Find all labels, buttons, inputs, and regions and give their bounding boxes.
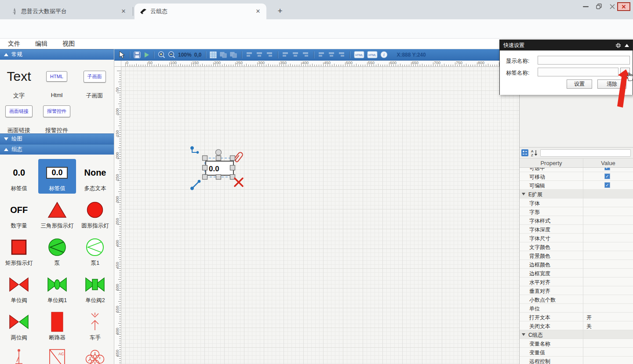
property-row[interactable]: 关闭文本关 bbox=[520, 321, 633, 330]
property-row[interactable]: 垂直对齐 bbox=[520, 286, 633, 295]
palette-item[interactable]: 车手 bbox=[76, 308, 114, 343]
palette-item[interactable]: ACDC逆变器 bbox=[38, 346, 76, 364]
html-export-icon-2[interactable]: HTML bbox=[367, 51, 378, 58]
new-tab-button[interactable]: + bbox=[274, 5, 286, 17]
palette-item[interactable]: 单位阀1 bbox=[38, 271, 76, 306]
palette-item[interactable]: 矩形指示灯 bbox=[0, 234, 38, 268]
align-right-icon[interactable] bbox=[266, 51, 273, 58]
tag-name-input[interactable] bbox=[538, 68, 618, 76]
remote-close-button[interactable]: ✕ bbox=[617, 2, 630, 11]
rotate-handle[interactable] bbox=[216, 150, 222, 155]
tab1-close-icon[interactable]: ✕ bbox=[120, 7, 127, 15]
palette-item[interactable]: None多态文本 bbox=[76, 159, 114, 194]
palette-item[interactable]: 圆形指示灯 bbox=[76, 196, 114, 231]
property-category-row[interactable]: C组态 bbox=[520, 330, 633, 339]
property-row[interactable]: 背景颜色 bbox=[520, 251, 633, 260]
palette-item-text[interactable]: Text 文字 bbox=[0, 65, 38, 100]
minimize-icon[interactable] bbox=[579, 1, 593, 12]
property-row[interactable]: 字形 bbox=[520, 207, 633, 216]
property-row[interactable]: 字体 bbox=[520, 198, 633, 207]
palette-item[interactable]: OFF数字量 bbox=[0, 196, 38, 231]
palette-item[interactable]: 三角形指示灯 bbox=[38, 196, 76, 231]
menu-edit[interactable]: 编辑 bbox=[35, 40, 47, 48]
palette-item[interactable]: 单位阀 bbox=[0, 271, 38, 306]
menu-view[interactable]: 视图 bbox=[62, 40, 75, 48]
palette-item[interactable]: 0.0标签值 bbox=[0, 159, 38, 194]
palette-section-scada[interactable]: 组态 bbox=[0, 144, 114, 155]
palette-item[interactable]: PT bbox=[76, 346, 114, 364]
run-icon[interactable] bbox=[143, 51, 149, 58]
palette-item[interactable]: 断路器 bbox=[38, 308, 76, 343]
property-row[interactable]: 可编辑✓ bbox=[520, 181, 633, 190]
palette-item-screen-link[interactable]: 画面链接 画面链接 bbox=[0, 100, 38, 134]
property-row[interactable]: 变量名称 bbox=[520, 339, 633, 348]
align-left-icon[interactable] bbox=[246, 51, 253, 58]
palette-item[interactable]: 两位阀 bbox=[0, 308, 38, 343]
property-row[interactable]: 小数点个数 bbox=[520, 295, 633, 304]
set-button[interactable]: 设置 bbox=[567, 79, 592, 89]
group-icon[interactable] bbox=[219, 51, 227, 58]
property-category-row[interactable]: E扩展 bbox=[520, 190, 633, 198]
property-filter-bar[interactable] bbox=[540, 149, 631, 157]
display-name-input[interactable] bbox=[538, 56, 630, 65]
grid-toggle-icon[interactable] bbox=[210, 51, 217, 58]
property-row[interactable]: 单位 bbox=[520, 304, 633, 313]
categorize-icon[interactable] bbox=[521, 149, 529, 157]
distribute-vertical-icon[interactable] bbox=[328, 51, 335, 58]
property-row[interactable]: 字体深度 bbox=[520, 225, 633, 234]
sort-az-icon[interactable]: AZ bbox=[531, 149, 538, 157]
property-row[interactable]: 边框宽度 bbox=[520, 269, 633, 278]
property-row[interactable]: 打开文本开 bbox=[520, 313, 633, 321]
menu-file[interactable]: 文件 bbox=[8, 40, 20, 48]
property-row[interactable]: 变量值 bbox=[520, 348, 633, 357]
category-expand-icon[interactable] bbox=[522, 193, 525, 195]
palette-item[interactable]: 泵 bbox=[38, 234, 76, 268]
property-name: 变量名称 bbox=[529, 340, 550, 348]
palette-item-html[interactable]: HTML Html bbox=[38, 65, 76, 100]
palette-item[interactable]: 泵1 bbox=[76, 234, 114, 268]
palette-item[interactable]: 刀闸 bbox=[0, 346, 38, 364]
align-bottom-icon[interactable] bbox=[302, 51, 309, 58]
property-row[interactable]: 水平对齐 bbox=[520, 278, 633, 286]
dock-icon[interactable] bbox=[615, 43, 621, 48]
property-row[interactable]: 文字颜色 bbox=[520, 242, 633, 251]
cursor-tool-icon[interactable] bbox=[119, 51, 125, 58]
tab2-close-icon[interactable]: ✕ bbox=[254, 7, 262, 15]
equal-size-icon[interactable] bbox=[338, 51, 346, 58]
align-top-icon[interactable] bbox=[282, 51, 289, 58]
restore-icon[interactable] bbox=[593, 1, 606, 12]
save-icon[interactable] bbox=[134, 51, 141, 58]
zoom-in-icon[interactable] bbox=[158, 51, 165, 58]
checkbox-checked-icon[interactable]: ✓ bbox=[604, 173, 610, 179]
property-row[interactable]: 可移动✓ bbox=[520, 172, 633, 181]
design-canvas[interactable]: 0.0 bbox=[121, 67, 519, 364]
collapse-panel-icon[interactable] bbox=[625, 44, 629, 47]
checkbox-checked-icon[interactable]: ✓ bbox=[604, 168, 610, 170]
property-row[interactable]: 字体样式 bbox=[520, 216, 633, 225]
property-row[interactable]: 远程控制 bbox=[520, 357, 633, 364]
property-column-header[interactable]: Property bbox=[520, 160, 583, 166]
palette-section-general[interactable]: 常规 bbox=[0, 49, 114, 60]
palette-item[interactable]: 0.0标签值 bbox=[38, 159, 76, 194]
align-center-icon[interactable] bbox=[256, 51, 263, 58]
info-icon[interactable]: i bbox=[380, 51, 388, 58]
value-column-header[interactable]: Value bbox=[583, 160, 633, 166]
quick-settings-header[interactable]: 快速设置 bbox=[500, 40, 633, 50]
palette-item-subscreen[interactable]: 子画面 子画面 bbox=[76, 65, 113, 100]
zoom-out-icon[interactable] bbox=[168, 51, 175, 58]
checkbox-checked-icon[interactable]: ✓ bbox=[604, 182, 610, 188]
palette-section-drawing[interactable]: 绘图 bbox=[0, 133, 114, 144]
property-row[interactable]: 边框颜色 bbox=[520, 260, 633, 269]
palette-item-alarm-control[interactable]: 报警控件 报警控件 bbox=[38, 100, 76, 134]
palette-item[interactable]: 单位阀2 bbox=[76, 271, 114, 306]
category-expand-icon[interactable] bbox=[522, 333, 525, 336]
browser-tab-1[interactable]: 思普云大数据平台 ✕ bbox=[6, 4, 132, 19]
property-row[interactable]: 可选中✓ bbox=[520, 168, 633, 172]
browser-tab-2[interactable]: 云组态 ✕ bbox=[135, 4, 266, 19]
property-row[interactable]: 字体尺寸 bbox=[520, 234, 633, 242]
align-middle-icon[interactable] bbox=[292, 51, 299, 58]
distribute-horizontal-icon[interactable] bbox=[318, 51, 325, 58]
ungroup-icon[interactable] bbox=[229, 51, 237, 58]
html-export-icon[interactable]: HTML bbox=[354, 51, 364, 58]
selected-element[interactable]: 0.0 bbox=[189, 141, 255, 198]
